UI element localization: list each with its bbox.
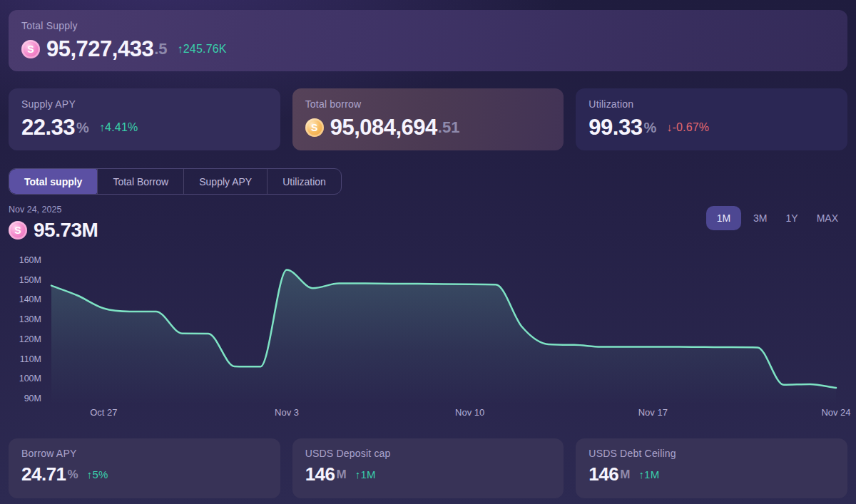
x-axis-tick: Oct 27 <box>71 407 136 418</box>
borrow-apy-value-row: 24.71% ↑5% <box>21 463 268 485</box>
deposit-cap-value: 146 <box>305 463 335 485</box>
total-borrow-value: 95,084,694 <box>330 115 437 140</box>
total-supply-delta: ↑245.76K <box>178 43 227 56</box>
y-axis-tick: 150M <box>9 275 41 285</box>
supply-apy-unit: % <box>76 120 89 136</box>
supply-chart-canvas <box>9 251 856 409</box>
x-axis-tick: Nov 24 <box>804 407 856 418</box>
total-supply-label: Total Supply <box>21 20 835 31</box>
usds-coin-pink-icon: S <box>21 40 40 58</box>
total-supply-value-row: S 95,727,433.5 ↑245.76K <box>21 36 835 62</box>
stats-row: Supply APY 22.33% ↑4.41% Total borrow S … <box>9 88 847 150</box>
x-axis-tick: Nov 3 <box>255 407 319 418</box>
supply-apy-delta: ↑4.41% <box>99 121 138 134</box>
y-axis-tick: 140M <box>9 294 41 304</box>
utilization-label: Utilization <box>588 98 835 110</box>
debt-ceiling-value: 146 <box>588 463 618 485</box>
tab-total-supply[interactable]: Total supply <box>9 169 97 194</box>
debt-ceiling-card: USDS Debt Ceiling 146M ↑1M <box>576 438 847 498</box>
deposit-cap-unit: M <box>337 468 347 482</box>
borrow-apy-card: Borrow APY 24.71% ↑5% <box>9 438 280 498</box>
tab-total-borrow[interactable]: Total Borrow <box>97 169 183 194</box>
range-1y-button[interactable]: 1Y <box>780 206 805 230</box>
borrow-apy-value: 24.71 <box>21 463 66 485</box>
chart-current-value: 95.73M <box>34 219 98 242</box>
y-axis-tick: 120M <box>9 334 41 344</box>
debt-ceiling-label: USDS Debt Ceiling <box>588 448 835 459</box>
deposit-cap-delta: ↑1M <box>355 468 376 480</box>
y-axis-tick: 100M <box>9 374 41 384</box>
utilization-unit: % <box>643 120 656 136</box>
total-borrow-label: Total borrow <box>305 98 551 110</box>
range-3m-button[interactable]: 3M <box>747 206 773 230</box>
coin-symbol: S <box>14 225 21 235</box>
deposit-cap-card: USDS Deposit cap 146M ↑1M <box>292 438 564 498</box>
usds-coin-orange-icon: S <box>305 118 324 137</box>
supply-apy-value-row: 22.33% ↑4.41% <box>21 115 268 140</box>
chart-area-fill <box>51 270 836 406</box>
utilization-value-row: 99.33% ↓-0.67% <box>588 115 835 140</box>
x-axis-tick: Nov 17 <box>621 407 685 418</box>
borrow-apy-label: Borrow APY <box>21 448 268 459</box>
utilization-card: Utilization 99.33% ↓-0.67% <box>576 88 847 150</box>
y-axis-tick: 110M <box>9 354 41 364</box>
range-max-button[interactable]: MAX <box>810 206 845 230</box>
total-supply-area-chart[interactable]: 160M150M140M130M120M110M100M90M Oct 27No… <box>9 251 847 422</box>
y-axis-tick: 90M <box>9 394 41 403</box>
borrow-apy-delta: ↑5% <box>87 468 108 480</box>
total-borrow-card: Total borrow S 95,084,694.51 <box>292 88 564 150</box>
supply-apy-value: 22.33 <box>21 115 75 140</box>
coin-symbol: S <box>311 123 317 133</box>
utilization-delta: ↓-0.67% <box>666 121 709 134</box>
time-range-selector: 1M 3M 1Y MAX <box>706 206 845 230</box>
debt-ceiling-value-row: 146M ↑1M <box>588 463 835 485</box>
supply-apy-label: Supply APY <box>21 98 268 110</box>
defi-market-dashboard: Total Supply S 95,727,433.5 ↑245.76K Sup… <box>0 0 856 498</box>
chart-header: Nov 24, 2025 S 95.73M 1M 3M 1Y MAX <box>9 205 847 242</box>
total-borrow-decimal: .51 <box>438 118 460 137</box>
range-1m-button[interactable]: 1M <box>706 206 741 230</box>
coin-symbol: S <box>27 44 34 54</box>
total-supply-card: Total Supply S 95,727,433.5 ↑245.76K <box>9 10 847 71</box>
utilization-value: 99.33 <box>588 115 642 140</box>
borrow-apy-unit: % <box>68 468 78 482</box>
debt-ceiling-unit: M <box>620 468 630 482</box>
tab-supply-apy[interactable]: Supply APY <box>183 169 267 194</box>
debt-ceiling-delta: ↑1M <box>638 468 659 480</box>
deposit-cap-value-row: 146M ↑1M <box>305 463 551 485</box>
y-axis-tick: 130M <box>9 314 41 324</box>
usds-coin-pink-icon: S <box>9 221 27 240</box>
tab-utilization[interactable]: Utilization <box>267 169 341 194</box>
total-supply-value: 95,727,433 <box>46 36 153 62</box>
supply-apy-card: Supply APY 22.33% ↑4.41% <box>9 88 280 150</box>
total-supply-decimal: .5 <box>154 40 167 58</box>
chart-metric-tabs: Total supply Total Borrow Supply APY Uti… <box>9 168 342 195</box>
total-borrow-value-row: S 95,084,694.51 <box>305 115 551 140</box>
x-axis-tick: Nov 10 <box>438 407 502 418</box>
bottom-stats-row: Borrow APY 24.71% ↑5% USDS Deposit cap 1… <box>9 438 847 498</box>
deposit-cap-label: USDS Deposit cap <box>305 448 551 459</box>
y-axis-tick: 160M <box>9 255 41 265</box>
